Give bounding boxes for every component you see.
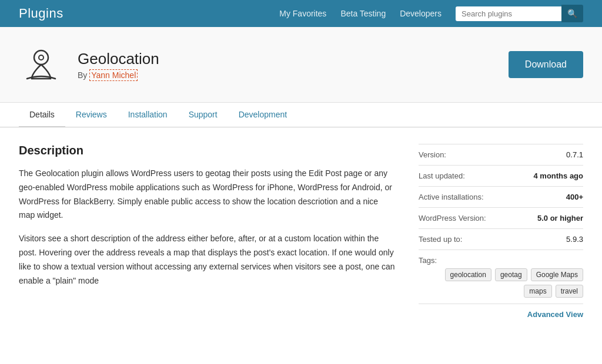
site-header: Plugins My Favorites Beta Testing Develo…	[0, 0, 602, 27]
tag-item[interactable]: travel	[556, 285, 583, 298]
plugin-title-area: Geolocation By Yann Michel	[78, 50, 497, 80]
wordpress-version-value: 5.0 or higher	[537, 214, 583, 223]
tag-item[interactable]: maps	[524, 285, 551, 298]
svg-point-0	[34, 50, 48, 65]
advanced-view-link[interactable]: Advanced View	[527, 310, 583, 319]
nav-beta-testing[interactable]: Beta Testing	[340, 9, 386, 18]
last-updated-value: 4 months ago	[533, 171, 583, 180]
tab-details[interactable]: Details	[19, 103, 65, 127]
tab-installation[interactable]: Installation	[118, 103, 178, 127]
plugin-header: Geolocation By Yann Michel Download	[0, 27, 602, 103]
tab-support[interactable]: Support	[178, 103, 228, 127]
search-form: 🔍	[456, 5, 583, 22]
active-installations-label: Active installations:	[419, 193, 484, 201]
tags-group: geolocationgeotagGoogle Mapsmapstravel	[419, 268, 583, 298]
description-paragraph-1: The Geolocation plugin allows WordPress …	[19, 167, 395, 223]
tags-label: Tags:	[419, 256, 437, 265]
active-installations-value: 400+	[566, 193, 583, 201]
author-link[interactable]: Yann Michel	[89, 69, 138, 81]
wordpress-version-row: WordPress Version: 5.0 or higher	[419, 208, 583, 229]
tested-up-to-value: 5.9.3	[566, 235, 583, 244]
content-sidebar: Version: 0.7.1 Last updated: 4 months ag…	[419, 144, 583, 319]
version-row: Version: 0.7.1	[419, 144, 583, 166]
active-installations-row: Active installations: 400+	[419, 187, 583, 208]
tag-item[interactable]: geolocation	[445, 268, 491, 281]
header-nav: My Favorites Beta Testing Developers 🔍	[279, 5, 583, 22]
content-main: Description The Geolocation plugin allow…	[19, 144, 395, 319]
svg-point-1	[39, 55, 44, 60]
version-value: 0.7.1	[566, 150, 583, 159]
wordpress-version-label: WordPress Version:	[419, 214, 486, 223]
nav-developers[interactable]: Developers	[400, 9, 442, 18]
tag-item[interactable]: geotag	[495, 268, 527, 281]
tested-up-to-label: Tested up to:	[419, 235, 462, 244]
meta-table: Version: 0.7.1 Last updated: 4 months ag…	[419, 144, 583, 304]
description-title: Description	[19, 144, 395, 157]
last-updated-label: Last updated:	[419, 171, 465, 180]
tag-item[interactable]: Google Maps	[531, 268, 583, 281]
search-button[interactable]: 🔍	[561, 5, 583, 22]
tab-reviews[interactable]: Reviews	[65, 103, 118, 127]
plugin-icon	[19, 41, 66, 88]
download-button[interactable]: Download	[509, 51, 583, 78]
plugin-author: By Yann Michel	[78, 70, 497, 80]
search-input[interactable]	[456, 6, 561, 21]
plugin-tabs: Details Reviews Installation Support Dev…	[0, 103, 602, 127]
content-area: Description The Geolocation plugin allow…	[0, 127, 602, 335]
author-prefix: By	[78, 70, 87, 80]
plugin-name: Geolocation	[78, 50, 497, 68]
nav-my-favorites[interactable]: My Favorites	[279, 9, 326, 18]
site-title: Plugins	[19, 6, 63, 21]
tested-up-to-row: Tested up to: 5.9.3	[419, 229, 583, 250]
version-label: Version:	[419, 150, 446, 159]
last-updated-row: Last updated: 4 months ago	[419, 166, 583, 187]
description-paragraph-2: Visitors see a short description of the …	[19, 232, 395, 288]
advanced-view-section: Advanced View	[419, 304, 583, 319]
tags-header: Tags:	[419, 256, 583, 265]
tab-development[interactable]: Development	[228, 103, 298, 127]
tags-section: Tags: geolocationgeotagGoogle Mapsmapstr…	[419, 250, 583, 304]
